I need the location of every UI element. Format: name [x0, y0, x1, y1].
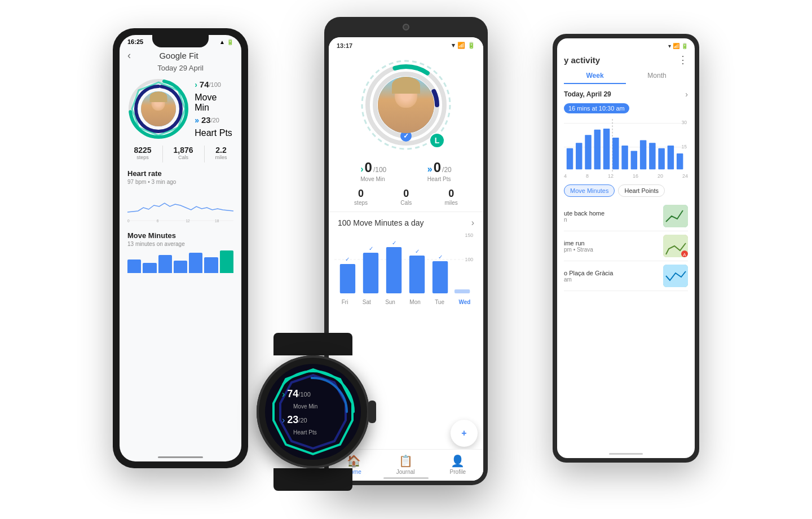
svg-text:0: 0: [127, 219, 130, 223]
day-tue: Tue: [435, 299, 444, 305]
watch-screen: › 74 /100 Move Min › 23 /20 Heart Pts: [265, 364, 361, 460]
iphone-device: 16:25 ▲ 🔋 ‹ Google Fit Today 29 April: [113, 28, 248, 468]
steps-stat: 8225 steps: [134, 146, 151, 162]
battery-icon: 🔋: [467, 42, 475, 49]
nav-profile[interactable]: 👤 Profile: [450, 454, 466, 475]
tab-month[interactable]: Month: [626, 68, 688, 84]
fab-button[interactable]: +: [451, 420, 478, 447]
watch-move-stat: › 74 /100: [282, 388, 344, 400]
day-sun: Sun: [385, 299, 395, 305]
svg-rect-22: [386, 247, 401, 293]
right-home-indicator: [609, 453, 643, 455]
svg-rect-24: [433, 261, 448, 293]
svg-text:✓: ✓: [345, 256, 350, 262]
android-cals-label: Cals: [400, 200, 412, 206]
android-move-value: 0: [365, 160, 372, 175]
iphone-ring-stats: › 74 /100 Move Min » 23 /20 Heart Pts: [195, 80, 233, 138]
android-steps-row: 0 steps 0 Cals 0 miles: [329, 186, 483, 212]
filter-move-minutes[interactable]: Move Minutes: [564, 184, 615, 197]
nav-journal[interactable]: 📋 Journal: [396, 454, 415, 475]
watch-body: › 74 /100 Move Min › 23 /20 Heart Pts: [257, 355, 369, 468]
svg-rect-36: [567, 148, 573, 170]
nav-journal-label: Journal: [396, 469, 415, 475]
svg-text:18: 18: [215, 219, 219, 223]
activity-name-2: ime run: [564, 240, 663, 247]
android-heart-label: Heart Pts: [427, 176, 452, 182]
cals-label: Cals: [174, 155, 193, 160]
battery-icon: 🔋: [227, 39, 233, 45]
right-app-title: y activity: [564, 55, 600, 65]
date-chevron-icon[interactable]: ›: [685, 90, 688, 99]
move-arrow-icon: ›: [195, 80, 197, 89]
iphone-avatar: [141, 91, 176, 126]
svg-text:✓: ✓: [403, 132, 409, 140]
activity-detail-3: am: [564, 276, 663, 283]
android-chart-title: 100 Move Minutes a day: [338, 218, 424, 227]
activity-item-2: ime run pm • Strava A: [564, 231, 688, 261]
activity-info-3: o Plaça de Gràcia am: [564, 270, 663, 283]
android-move-label: Move Min: [360, 176, 386, 182]
svg-text:150: 150: [465, 232, 474, 238]
watch-heart-value: 23: [287, 414, 298, 426]
svg-text:✓: ✓: [438, 254, 443, 260]
activity-map-2: A: [663, 235, 688, 257]
signal-icon: ▲: [219, 39, 225, 45]
svg-rect-42: [621, 146, 628, 169]
android-home-indicator: [383, 477, 429, 479]
svg-rect-48: [677, 153, 683, 169]
watch-heart-arrow: ›: [282, 415, 285, 425]
android-ring-section: ✓ L: [329, 51, 483, 156]
activity-info-2: ime run pm • Strava: [564, 240, 663, 253]
watch-crown: [368, 401, 376, 423]
heart-rate-value: 97 bpm • 3 min ago: [127, 179, 233, 185]
watch-move-arrow: ›: [282, 389, 285, 399]
miles-label: miles: [215, 155, 227, 160]
tab-week[interactable]: Week: [564, 68, 626, 84]
watch-stats: › 74 /100 Move Min › 23 /20 Heart Pts: [282, 388, 344, 436]
android-move-stat: › 0 /100 Move Min: [360, 160, 386, 182]
android-right-device: ▾ 📶 🔋 y activity ⋮ Week Month Today, Apr…: [553, 34, 699, 463]
chart-expand-arrow[interactable]: ›: [471, 218, 474, 228]
android-right-screen: ▾ 📶 🔋 y activity ⋮ Week Month Today, Apr…: [557, 38, 695, 458]
right-bar-chart: 30 15: [557, 116, 695, 172]
right-status-bar: ▾ 📶 🔋: [557, 38, 695, 51]
android-camera: [403, 24, 409, 30]
day-wed: Wed: [458, 299, 470, 305]
right-filter-row: Move Minutes Heart Points: [557, 180, 695, 201]
day-mon: Mon: [409, 299, 420, 305]
activity-info-1: ute back home n: [564, 210, 663, 223]
svg-rect-20: [340, 264, 355, 293]
svg-rect-39: [594, 130, 601, 169]
iphone-screen: 16:25 ▲ 🔋 ‹ Google Fit Today 29 April: [120, 35, 241, 461]
android-ring: ✓ L: [358, 57, 454, 153]
svg-rect-44: [640, 140, 646, 170]
more-options-icon[interactable]: ⋮: [678, 54, 688, 66]
right-battery-icon: 🔋: [681, 43, 688, 49]
android-steps-value: 0: [354, 188, 368, 200]
journal-icon: 📋: [399, 454, 413, 468]
iphone-notch: [152, 35, 209, 47]
filter-heart-points[interactable]: Heart Points: [618, 184, 665, 197]
right-signal-icon: 📶: [673, 43, 679, 49]
android-day-labels: Fri Sat Sun Mon Tue Wed: [329, 298, 483, 306]
android-move-total: /100: [373, 166, 386, 174]
cals-stat: 1,876 Cals: [174, 146, 193, 162]
svg-text:✓: ✓: [392, 240, 396, 246]
back-button[interactable]: ‹: [127, 50, 131, 61]
right-date-row: Today, April 29 ›: [557, 87, 695, 101]
right-tabs: Week Month: [557, 68, 695, 84]
svg-rect-21: [363, 253, 378, 293]
android-miles-stat: 0 miles: [445, 188, 458, 206]
activity-map-1: [663, 205, 688, 227]
svg-rect-40: [603, 129, 610, 169]
watch-device: › 74 /100 Move Min › 23 /20 Heart Pts: [248, 333, 378, 491]
android-time: 13:17: [337, 42, 352, 49]
svg-rect-43: [631, 151, 637, 169]
right-header: y activity ⋮: [557, 51, 695, 68]
svg-rect-47: [668, 146, 674, 169]
iphone-move-section: Move Minutes 13 minutes on average: [127, 229, 233, 273]
right-wifi-icon: ▾: [668, 43, 671, 49]
move-min-label: Move Min: [195, 93, 233, 113]
iphone-content: ‹ Google Fit Today 29 April: [120, 45, 241, 278]
watch-heart-label: Heart Pts: [293, 429, 344, 436]
